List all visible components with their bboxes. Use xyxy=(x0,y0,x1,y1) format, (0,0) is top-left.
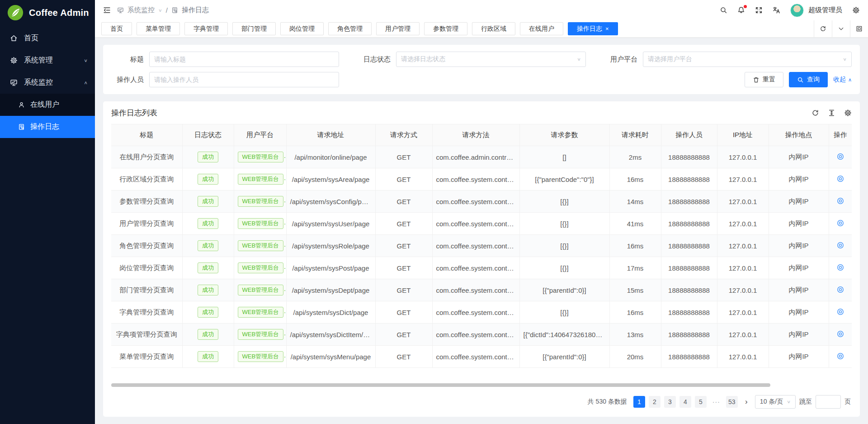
sidebar-item-online-users[interactable]: 在线用户 xyxy=(0,94,95,116)
status-badge: 成功 xyxy=(198,285,218,295)
translate-icon[interactable] xyxy=(773,6,780,14)
chevron-down-icon: ∨ xyxy=(84,58,88,63)
cell-actions xyxy=(829,168,852,191)
main-area: 系统监控 ∨ / 操作日志 超级管理员 xyxy=(95,0,868,424)
page-number-button[interactable]: 1 xyxy=(633,396,645,408)
cell-operator: 18888888888 xyxy=(661,301,717,324)
search-icon xyxy=(797,76,804,83)
app-logo[interactable]: Coffee Admin xyxy=(0,0,95,25)
platform-badge: WEB管理后台 xyxy=(238,152,284,162)
log-status-select[interactable]: 请选择日志状态 ∨ xyxy=(396,52,586,67)
page-number-button[interactable]: 2 xyxy=(649,396,660,408)
sidebar-item-system-monitor[interactable]: 系统监控 ∧ xyxy=(0,71,95,94)
view-detail-icon[interactable] xyxy=(836,241,844,249)
column-settings-gear-icon[interactable] xyxy=(844,109,852,117)
cell-operator: 18888888888 xyxy=(661,213,717,235)
page-size-select[interactable]: 10 条/页 ∨ xyxy=(755,395,796,409)
page-number-button[interactable]: 5 xyxy=(695,396,707,408)
tab-close-icon[interactable]: × xyxy=(605,25,609,32)
refresh-tab-icon[interactable] xyxy=(814,20,832,38)
breadcrumb-parent[interactable]: 系统监控 xyxy=(127,6,155,14)
page-tab[interactable]: 用户管理× xyxy=(376,22,420,35)
search-button[interactable]: 查询 xyxy=(789,72,828,87)
column-header: 日志状态 xyxy=(182,124,234,146)
column-header: 请求耗时 xyxy=(609,124,661,146)
view-detail-icon[interactable] xyxy=(836,330,844,338)
refresh-table-icon[interactable] xyxy=(811,109,819,117)
row-height-icon[interactable] xyxy=(828,109,835,117)
chevron-down-icon: ∨ xyxy=(843,57,847,62)
view-detail-icon[interactable] xyxy=(836,197,844,205)
sidebar-item-operation-log[interactable]: 操作日志 xyxy=(0,116,95,138)
view-detail-icon[interactable] xyxy=(836,263,844,272)
chevron-up-icon: ∧ xyxy=(84,80,88,85)
cell-platform: WEB管理后台 xyxy=(234,324,286,346)
settings-gear-icon[interactable] xyxy=(852,6,860,14)
page-tab[interactable]: 岗位管理× xyxy=(280,22,324,35)
scrollbar-thumb[interactable] xyxy=(111,383,770,387)
fullscreen-icon[interactable] xyxy=(755,6,763,14)
cell-params: [{}] xyxy=(519,213,609,235)
status-badge: 成功 xyxy=(198,307,218,318)
sidebar-item-home[interactable]: 首页 xyxy=(0,27,95,49)
search-icon[interactable] xyxy=(720,6,727,14)
sidebar-item-label: 在线用户 xyxy=(30,100,59,110)
tab-options-chevron-icon[interactable] xyxy=(832,20,850,38)
view-detail-icon[interactable] xyxy=(836,175,844,183)
username-label[interactable]: 超级管理员 xyxy=(808,6,842,14)
cell-status: 成功 xyxy=(182,346,234,368)
trash-icon xyxy=(753,76,760,83)
reset-button[interactable]: 重置 xyxy=(745,72,783,87)
sidebar-item-system-mgmt[interactable]: 系统管理 ∨ xyxy=(0,49,95,71)
chevron-up-icon: ∧ xyxy=(848,77,852,83)
title-input[interactable] xyxy=(154,56,334,63)
cell-operator: 18888888888 xyxy=(661,324,717,346)
cell-location: 内网IP xyxy=(769,257,829,279)
collapse-filters-button[interactable]: 收起 ∧ xyxy=(833,76,852,84)
monitor-icon xyxy=(117,7,124,14)
page-tab[interactable]: 操作日志× xyxy=(568,22,618,35)
cell-duration: 20ms xyxy=(609,346,661,368)
next-page-button[interactable]: › xyxy=(741,397,751,406)
page-tab[interactable]: 行政区域× xyxy=(472,22,515,35)
page-tab[interactable]: 角色管理× xyxy=(328,22,372,35)
page-tab[interactable]: 首页× xyxy=(101,22,132,35)
view-detail-icon[interactable] xyxy=(836,352,844,360)
page-number-button[interactable]: ··· xyxy=(710,396,722,408)
view-detail-icon[interactable] xyxy=(836,286,844,294)
page-tab[interactable]: 菜单管理× xyxy=(137,22,180,35)
view-detail-icon[interactable] xyxy=(836,152,844,161)
cell-duration: 2ms xyxy=(609,146,661,168)
cell-ip: 127.0.0.1 xyxy=(717,346,769,368)
page-number-button[interactable]: 4 xyxy=(679,396,691,408)
cell-platform: WEB管理后台 xyxy=(234,191,286,213)
view-detail-icon[interactable] xyxy=(836,308,844,316)
cell-actions xyxy=(829,257,852,279)
cell-params: [{}] xyxy=(519,235,609,257)
platform-select[interactable]: 请选择用户平台 ∨ xyxy=(643,52,852,67)
page-number-button[interactable]: 3 xyxy=(664,396,676,408)
page-number-button[interactable]: 53 xyxy=(726,396,738,408)
notification-dot xyxy=(744,5,747,8)
jump-page-input[interactable] xyxy=(816,395,841,409)
page-tab[interactable]: 参数管理× xyxy=(424,22,467,35)
page-tab[interactable]: 在线用户× xyxy=(520,22,563,35)
cell-actions xyxy=(829,213,852,235)
status-badge: 成功 xyxy=(198,351,218,362)
user-avatar[interactable] xyxy=(790,4,804,17)
cell-status: 成功 xyxy=(182,257,234,279)
cell-actions xyxy=(829,301,852,324)
cell-operator: 18888888888 xyxy=(661,235,717,257)
view-detail-icon[interactable] xyxy=(836,219,844,227)
page-tab[interactable]: 字典管理× xyxy=(184,22,228,35)
cell-handler: com.coffee.system.controlle... xyxy=(432,168,519,191)
collapse-label: 收起 xyxy=(833,76,846,84)
notification-bell[interactable] xyxy=(737,6,745,14)
maximize-content-icon[interactable] xyxy=(850,20,868,38)
status-badge: 成功 xyxy=(198,174,218,185)
operator-input[interactable] xyxy=(154,76,334,83)
page-tab[interactable]: 部门管理× xyxy=(232,22,276,35)
status-badge: 成功 xyxy=(198,218,218,229)
collapse-menu-icon[interactable] xyxy=(103,6,111,14)
cell-request-url: /api/system/sysDict/page xyxy=(286,301,375,324)
